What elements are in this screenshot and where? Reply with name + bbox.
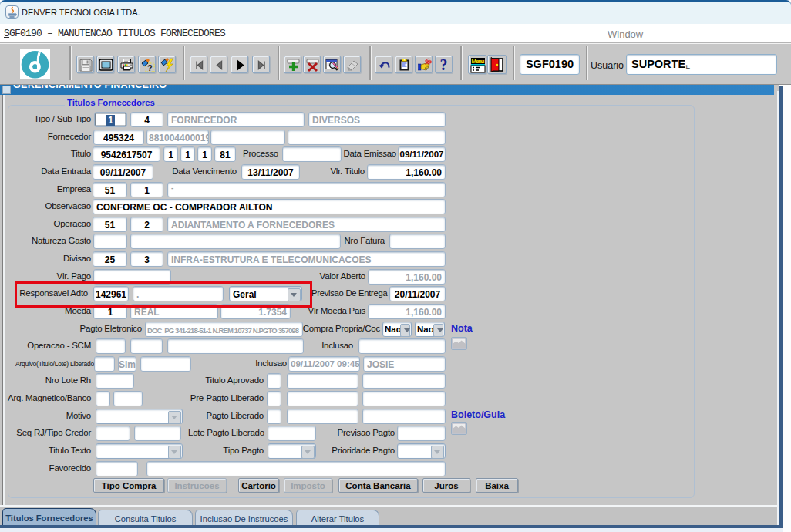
svg-text:?: ? bbox=[147, 63, 153, 72]
svg-text:Menu: Menu bbox=[472, 58, 485, 65]
svg-text:?: ? bbox=[440, 58, 448, 72]
